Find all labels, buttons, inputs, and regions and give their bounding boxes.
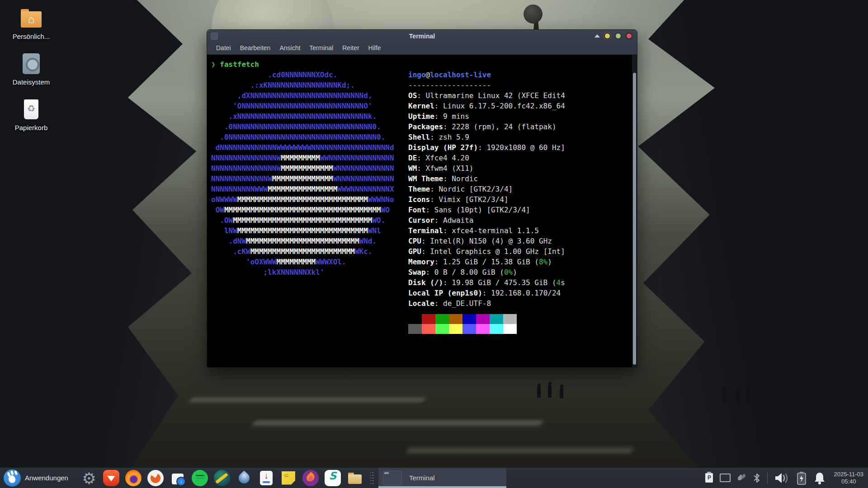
applications-menu-button[interactable]: Anwendungen — [3, 469, 72, 488]
desktop-icon-label: Persönlich... — [6, 33, 56, 40]
terminal-viewport[interactable]: ❯ fastfetch .cd0NNNNNNNXOdc. .:xKNNNNNNN… — [207, 55, 637, 367]
wallpaper-figure — [815, 392, 819, 407]
menu-item-hilfe[interactable]: Hilfe — [364, 42, 386, 54]
palette-swatch — [476, 324, 490, 334]
fastfetch-info-line: Uptime: 9 mins — [408, 111, 565, 122]
surfshark-launcher[interactable] — [325, 470, 341, 486]
menu-item-datei[interactable]: Datei — [212, 42, 236, 54]
settings-launcher[interactable] — [81, 470, 97, 486]
fastfetch-output: .cd0NNNNNNNXOdc. .:xKNNNNNNNNNNNNNNNNKd;… — [211, 70, 637, 334]
flame-app-launcher[interactable] — [302, 470, 319, 486]
bluetooth-icon[interactable] — [753, 473, 760, 483]
brave-launcher[interactable] — [103, 470, 119, 486]
clock-date: 2025-11-03 — [834, 471, 863, 478]
panel-handle[interactable] — [370, 472, 374, 484]
desktop: Persönlich...DateisystemPapierkorb Termi… — [0, 0, 868, 488]
battery-charging-icon[interactable] — [797, 471, 807, 485]
maximize-button[interactable] — [615, 33, 622, 39]
color-palette — [408, 314, 565, 334]
firewall-flames-icon[interactable] — [737, 474, 746, 483]
fastfetch-info-line: Disk (/): 19.98 GiB / 475.35 GiB (4s — [408, 277, 565, 288]
volume-icon[interactable] — [774, 472, 790, 484]
menu-item-bearbeiten[interactable]: Bearbeiten — [236, 42, 275, 54]
water-drop-app-launcher[interactable] — [236, 470, 252, 486]
launcher-list — [81, 470, 363, 486]
palette-row-2 — [408, 324, 565, 334]
fastfetch-info-line: Icons: Vimix [GTK2/3/4] — [408, 194, 565, 205]
fastfetch-info-line: Theme: Nordic [GTK2/3/4] — [408, 184, 565, 194]
fastfetch-info-line: WM Theme: Nordic — [408, 174, 565, 184]
clipboard-manager-icon[interactable]: P — [705, 473, 713, 483]
window-buttons — [594, 33, 637, 39]
palette-swatch — [462, 314, 476, 324]
menu-item-reiter[interactable]: Reiter — [338, 42, 363, 54]
fastfetch-info: ingo@localhost-live-------------------OS… — [408, 70, 565, 334]
fastfetch-info-line: Cursor: Adwaita — [408, 215, 565, 225]
software-store-launcher[interactable] — [170, 470, 186, 486]
fastfetch-info-line: Display (HP 27f): 868x488 @ 60 Hz] — [408, 142, 565, 153]
palette-swatch — [422, 324, 435, 334]
fastfetch-separator: ------------------- — [408, 80, 565, 90]
fastfetch-info-line: GPU: Intel Graphics @ 1.00 GHz [Int] — [408, 246, 565, 257]
spotify-launcher[interactable] — [192, 470, 208, 486]
menu-bar: DateiBearbeitenAnsichtTerminalReiterHilf… — [207, 42, 637, 55]
fastfetch-info-line: DE: Xfce4 4.20 — [408, 153, 565, 163]
desktop-icon-filesystem[interactable]: Dateisystem — [6, 52, 56, 86]
palette-swatch — [503, 324, 517, 334]
display-settings-icon[interactable] — [720, 474, 731, 482]
wallpaper-water-streak — [406, 447, 634, 454]
applications-menu-label: Anwendungen — [25, 474, 68, 482]
file-manager-launcher[interactable] — [347, 470, 363, 486]
wallpaper-figure — [747, 389, 750, 403]
trash-icon — [19, 98, 43, 121]
notifications-bell-icon[interactable] — [813, 471, 826, 485]
window-title: Terminal — [207, 33, 637, 40]
task-button-label: Terminal — [409, 474, 435, 482]
wallpaper-right-cliff — [613, 0, 868, 488]
desktop-icon-list: Persönlich...DateisystemPapierkorb — [6, 6, 61, 143]
fastfetch-info-line: Swap: 0 B / 8.00 GiB (0%) — [408, 267, 565, 277]
fastfetch-info-line: Shell: zsh 5.9 — [408, 132, 565, 142]
task-button-terminal[interactable]: Terminal — [378, 468, 506, 488]
download-manager-bar — [263, 481, 270, 483]
scrollbar-thumb[interactable] — [633, 73, 636, 365]
fastfetch-info-line: WM: Xfwm4 (X11) — [408, 163, 565, 174]
media-writer-launcher[interactable] — [147, 470, 164, 486]
applications-menu-icon — [4, 469, 21, 487]
wallpaper-figure — [736, 391, 740, 404]
menu-item-terminal[interactable]: Terminal — [305, 42, 338, 54]
fastfetch-info-line: Local IP (enp1s0): 192.168.0.170/24 — [408, 288, 565, 298]
menu-item-ansicht[interactable]: Ansicht — [275, 42, 305, 54]
window-titlebar[interactable]: Terminal — [207, 30, 637, 42]
fastfetch-ascii-art: .cd0NNNNNNNXOdc. .:xKNNNNNNNNNNNNNNNNKd;… — [211, 70, 395, 334]
notes-launcher[interactable] — [280, 470, 297, 486]
desktop-icon-folder-home[interactable]: Persönlich... — [6, 6, 56, 40]
palette-swatch — [503, 314, 517, 324]
download-manager-launcher[interactable] — [258, 470, 274, 486]
palette-swatch — [462, 324, 476, 334]
close-button[interactable] — [626, 33, 632, 39]
fastfetch-info-line: Memory: 1.25 GiB / 15.38 GiB (8%) — [408, 257, 565, 267]
wallpaper-water-streak — [189, 398, 426, 402]
fastfetch-info-line: Terminal: xfce4-terminal 1.1.5 — [408, 225, 565, 236]
palette-swatch — [490, 324, 503, 334]
palette-swatch — [422, 314, 435, 324]
rollup-button[interactable] — [594, 34, 600, 38]
wallpaper-figure — [548, 385, 552, 398]
shell-prompt: ingo on localhost-live ~ ❯ — [211, 348, 637, 368]
desktop-icon-trash[interactable]: Papierkorb — [6, 98, 56, 131]
system-tray: P — [705, 471, 868, 485]
globe-app-launcher[interactable] — [214, 470, 230, 486]
folder-home-icon — [19, 6, 43, 30]
fastfetch-info-line: Font: Sans (10pt) [GTK2/3/4] — [408, 205, 565, 215]
clock-time: 05:40 — [834, 478, 863, 485]
minimize-button[interactable] — [604, 33, 611, 39]
firefox-launcher[interactable] — [125, 470, 142, 486]
palette-row-1 — [408, 314, 565, 324]
desktop-icon-label: Papierkorb — [6, 124, 56, 131]
taskbar: Anwendungen Terminal P — [0, 467, 868, 488]
palette-swatch — [435, 324, 449, 334]
clock[interactable]: 2025-11-03 05:40 — [834, 471, 863, 485]
wallpaper-spire-orb — [524, 5, 542, 23]
palette-swatch — [449, 314, 462, 324]
